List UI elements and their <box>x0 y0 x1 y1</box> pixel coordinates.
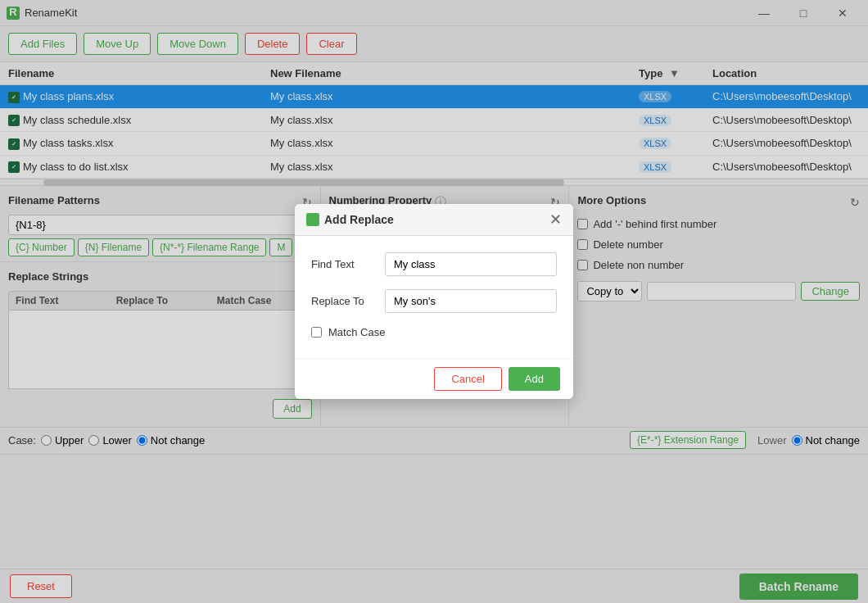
modal-title: Add Replace <box>324 213 394 226</box>
modal-overlay: Add Replace ✕ Find Text Replace To Match… <box>0 0 868 603</box>
find-text-input[interactable] <box>385 252 557 276</box>
modal-add-button[interactable]: Add <box>509 367 560 391</box>
modal-header: Add Replace ✕ <box>295 204 573 236</box>
match-case-label: Match Case <box>328 326 385 338</box>
replace-to-field: Replace To <box>311 289 557 313</box>
modal-cancel-button[interactable]: Cancel <box>434 367 501 391</box>
replace-to-input[interactable] <box>385 289 557 313</box>
modal-close-button[interactable]: ✕ <box>549 212 562 227</box>
find-text-field: Find Text <box>311 252 557 276</box>
modal-footer: Cancel Add <box>295 358 573 399</box>
match-case-checkbox[interactable] <box>311 327 322 338</box>
svg-rect-2 <box>309 215 317 224</box>
add-replace-modal: Add Replace ✕ Find Text Replace To Match… <box>295 204 573 399</box>
replace-to-label: Replace To <box>311 295 385 307</box>
match-case-row: Match Case <box>311 326 557 338</box>
find-text-label: Find Text <box>311 258 385 270</box>
modal-body: Find Text Replace To Match Case <box>295 236 573 358</box>
modal-icon <box>306 213 319 226</box>
